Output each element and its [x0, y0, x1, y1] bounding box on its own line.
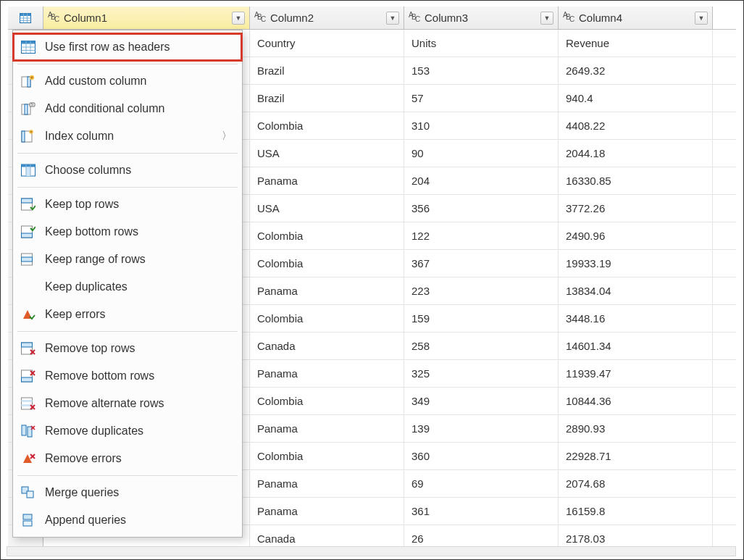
svg-rect-28 — [26, 167, 30, 177]
menu-keep-bottom-rows[interactable]: Keep bottom rows — [13, 218, 242, 246]
cell[interactable]: 16159.8 — [559, 498, 713, 525]
cell[interactable]: Panama — [250, 277, 404, 304]
choose-columns-icon — [20, 163, 36, 177]
table-icon — [20, 40, 36, 54]
cell[interactable]: Panama — [250, 360, 404, 387]
cell[interactable]: 349 — [404, 388, 559, 414]
menu-separator — [17, 187, 238, 188]
svg-rect-27 — [22, 164, 35, 167]
menu-remove-duplicates[interactable]: Remove duplicates — [13, 417, 242, 445]
cell[interactable]: 367 — [404, 250, 559, 277]
cell[interactable]: Colombia — [250, 443, 404, 469]
menu-append-queries[interactable]: Append queries — [13, 506, 242, 534]
column-header-label: Column2 — [270, 12, 383, 24]
cell[interactable]: 122 — [404, 222, 559, 249]
svg-rect-18 — [25, 104, 28, 114]
menu-add-conditional-column[interactable]: fx Add conditional column — [13, 95, 242, 122]
cell[interactable]: 10844.36 — [559, 388, 713, 414]
menu-keep-range-of-rows[interactable]: Keep range of rows — [13, 246, 242, 273]
menu-keep-duplicates[interactable]: Keep duplicates — [13, 273, 242, 301]
filter-dropdown-button[interactable]: ▼ — [695, 12, 708, 25]
cell[interactable]: 3772.26 — [559, 195, 713, 222]
svg-rect-52 — [28, 427, 32, 437]
menu-remove-top-rows[interactable]: Remove top rows — [13, 335, 242, 362]
menu-remove-bottom-rows[interactable]: Remove bottom rows — [13, 362, 242, 390]
cell[interactable]: Units — [404, 30, 559, 57]
cell[interactable]: Panama — [250, 415, 404, 442]
cell[interactable]: 223 — [404, 277, 559, 304]
column-header-column4[interactable]: B Column4 ▼ — [559, 7, 713, 29]
cell[interactable]: 16330.85 — [559, 167, 713, 194]
cell[interactable]: 159 — [404, 305, 559, 332]
cell[interactable]: 69 — [404, 470, 559, 497]
menu-choose-columns[interactable]: Choose columns — [13, 156, 242, 184]
cell[interactable]: 13834.04 — [559, 277, 713, 304]
menu-keep-errors[interactable]: Keep errors — [13, 301, 242, 328]
menu-keep-top-rows[interactable]: Keep top rows — [13, 191, 242, 218]
column-header-row: B Column1 ▼ B Column2 ▼ B Column3 ▼ B Co… — [8, 7, 736, 30]
column-header-column2[interactable]: B Column2 ▼ — [250, 7, 404, 29]
column-header-label: Column4 — [579, 12, 692, 24]
filter-dropdown-button[interactable]: ▼ — [540, 12, 553, 25]
menu-separator — [17, 64, 238, 64]
remove-bottom-rows-icon — [20, 369, 36, 383]
cell[interactable]: 204 — [404, 167, 559, 194]
svg-rect-32 — [22, 198, 33, 203]
cell[interactable]: 325 — [404, 360, 559, 387]
cell[interactable]: 940.4 — [559, 85, 713, 112]
cell[interactable]: USA — [250, 140, 404, 167]
cell[interactable]: 4408.22 — [559, 112, 713, 139]
column-header-column1[interactable]: B Column1 ▼ — [43, 7, 250, 29]
cell[interactable]: 11939.47 — [559, 360, 713, 387]
cell[interactable]: 57 — [404, 85, 559, 112]
svg-rect-1 — [20, 13, 31, 16]
cell[interactable]: 14601.34 — [559, 333, 713, 359]
horizontal-scrollbar[interactable] — [7, 546, 736, 556]
column-header-column3[interactable]: B Column3 ▼ — [404, 7, 559, 29]
cell[interactable]: Brazil — [250, 57, 404, 84]
cell[interactable]: Colombia — [250, 305, 404, 332]
cell[interactable]: Colombia — [250, 222, 404, 249]
cell[interactable]: 2890.93 — [559, 415, 713, 442]
cell[interactable]: 361 — [404, 498, 559, 525]
filter-dropdown-button[interactable]: ▼ — [232, 12, 245, 25]
cell[interactable]: 19933.19 — [559, 250, 713, 277]
append-queries-icon — [20, 513, 36, 527]
cell[interactable]: 2044.18 — [559, 140, 713, 167]
cell[interactable]: Panama — [250, 470, 404, 497]
cell[interactable]: 258 — [404, 333, 559, 359]
filter-dropdown-button[interactable]: ▼ — [386, 12, 399, 25]
cell[interactable]: USA — [250, 195, 404, 222]
cell[interactable]: Canada — [250, 333, 404, 359]
cell[interactable]: 3448.16 — [559, 305, 713, 332]
cell[interactable]: 310 — [404, 112, 559, 139]
index-column-icon — [20, 129, 36, 143]
cell[interactable]: 139 — [404, 415, 559, 442]
table-menu-button[interactable] — [8, 7, 43, 29]
cell[interactable]: Panama — [250, 498, 404, 525]
svg-rect-43 — [22, 377, 33, 382]
cell[interactable]: 2490.96 — [559, 222, 713, 249]
menu-remove-alternate-rows[interactable]: Remove alternate rows — [13, 390, 242, 417]
cell[interactable]: Brazil — [250, 85, 404, 112]
menu-add-custom-column[interactable]: Add custom column — [13, 67, 242, 95]
cell[interactable]: 2074.68 — [559, 470, 713, 497]
cell[interactable]: 153 — [404, 57, 559, 84]
menu-merge-queries[interactable]: Merge queries — [13, 479, 242, 506]
cell[interactable]: 2649.32 — [559, 57, 713, 84]
cell[interactable]: Colombia — [250, 112, 404, 139]
cell[interactable]: 22928.71 — [559, 443, 713, 469]
cell[interactable]: Revenue — [559, 30, 713, 57]
menu-index-column[interactable]: Index column 〉 — [13, 122, 242, 150]
menu-use-first-row-as-headers[interactable]: Use first row as headers — [13, 33, 242, 61]
cell[interactable]: 360 — [404, 443, 559, 469]
cell[interactable]: 90 — [404, 140, 559, 167]
cell[interactable]: 356 — [404, 195, 559, 222]
cell[interactable]: Panama — [250, 167, 404, 194]
merge-queries-icon — [20, 485, 36, 500]
cell[interactable]: Country — [250, 30, 404, 57]
submenu-arrow-icon: 〉 — [222, 130, 232, 143]
cell[interactable]: Colombia — [250, 388, 404, 414]
cell[interactable]: Colombia — [250, 250, 404, 277]
menu-remove-errors[interactable]: Remove errors — [13, 445, 242, 472]
